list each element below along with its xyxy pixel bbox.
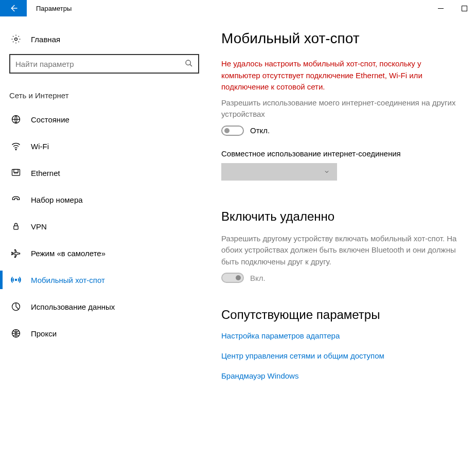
sidebar-nav: Состояние Wi-Fi Ethernet Набор номера [0, 106, 208, 347]
link-adapter-settings[interactable]: Настройка параметров адаптера [221, 331, 461, 340]
link-windows-firewall[interactable]: Брандмауэр Windows [221, 371, 461, 380]
window-controls [429, 0, 476, 16]
svg-point-3 [186, 60, 190, 65]
sidebar-item-label: Мобильный хот-спот [31, 276, 105, 284]
sidebar: Главная Сеть и Интернет Состояние [0, 17, 208, 464]
sidebar-item-label: Ethernet [31, 169, 60, 177]
remote-section-title: Включить удаленно [221, 209, 461, 224]
svg-line-4 [190, 64, 192, 66]
sidebar-item-dialup[interactable]: Набор номера [0, 186, 208, 213]
sidebar-item-label: Wi-Fi [31, 142, 49, 151]
share-toggle-label: Откл. [250, 126, 270, 135]
sidebar-category: Сеть и Интернет [9, 88, 199, 106]
sidebar-item-ethernet[interactable]: Ethernet [0, 159, 208, 186]
sidebar-item-datausage[interactable]: Использование данных [0, 293, 208, 320]
minimize-button[interactable] [429, 0, 452, 17]
ethernet-icon [10, 168, 22, 178]
sidebar-item-hotspot[interactable]: Мобильный хот-спот [0, 266, 208, 293]
svg-rect-8 [14, 169, 18, 172]
back-button[interactable] [0, 0, 27, 16]
search-icon [185, 59, 193, 69]
sidebar-item-label: Состояние [31, 115, 69, 124]
error-message: Не удалось настроить мобильный хот-спот,… [221, 58, 461, 93]
link-network-sharing-center[interactable]: Центр управления сетями и общим доступом [221, 351, 461, 360]
svg-point-6 [15, 149, 16, 150]
svg-rect-1 [462, 6, 467, 11]
content-panel: Мобильный хот-спот Не удалось настроить … [208, 17, 476, 464]
sidebar-item-label: Набор номера [31, 195, 83, 204]
share-description: Разрешить использование моего интернет-с… [221, 97, 461, 120]
window-title: Параметры [27, 0, 429, 16]
proxy-icon [10, 328, 22, 338]
sidebar-item-proxy[interactable]: Прокси [0, 320, 208, 347]
sidebar-item-status[interactable]: Состояние [0, 106, 208, 133]
maximize-button[interactable] [452, 0, 476, 17]
vpn-icon [10, 221, 22, 231]
svg-rect-12 [14, 226, 18, 229]
related-section-title: Сопутствующие параметры [221, 308, 461, 322]
search-input[interactable] [15, 60, 185, 68]
share-from-dropdown[interactable] [221, 163, 337, 181]
remote-toggle[interactable] [221, 273, 244, 283]
search-input-wrapper[interactable] [9, 54, 199, 74]
phone-icon [10, 194, 22, 205]
page-title: Мобильный хот-спот [221, 30, 461, 47]
remote-toggle-label: Вкл. [250, 274, 266, 282]
titlebar: Параметры [0, 0, 476, 17]
sidebar-item-wifi[interactable]: Wi-Fi [0, 133, 208, 159]
gear-icon [10, 33, 22, 45]
sidebar-item-label: Использование данных [31, 302, 115, 311]
home-label: Главная [31, 35, 60, 44]
hotspot-icon [10, 275, 22, 285]
remote-description: Разрешить другому устройству включать мо… [221, 233, 461, 268]
wifi-icon [10, 141, 22, 151]
share-from-label: Совместное использование интернет-соедин… [221, 149, 461, 158]
sidebar-item-label: VPN [31, 222, 47, 231]
sidebar-item-airplane[interactable]: Режим «в самолете» [0, 240, 208, 266]
sidebar-item-vpn[interactable]: VPN [0, 213, 208, 240]
sidebar-item-label: Прокси [31, 329, 57, 338]
home-button[interactable]: Главная [9, 30, 199, 54]
svg-point-2 [15, 38, 17, 41]
svg-point-13 [15, 279, 16, 280]
airplane-icon [10, 248, 22, 258]
share-toggle[interactable] [221, 126, 244, 136]
sidebar-item-label: Режим «в самолете» [31, 249, 105, 258]
data-usage-icon [10, 301, 22, 312]
globe-icon [10, 114, 22, 124]
